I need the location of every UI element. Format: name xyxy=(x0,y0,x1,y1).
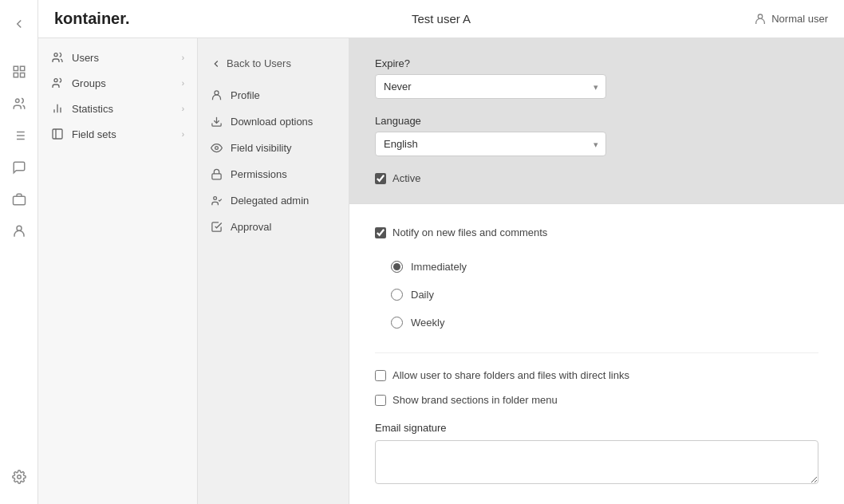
radio-immediately-input[interactable] xyxy=(391,261,403,273)
radio-daily-label[interactable]: Daily xyxy=(411,289,434,301)
grey-zone: Expire? Never ▾ Language English ▾ xyxy=(349,38,844,203)
show-brand-label[interactable]: Show brand sections in folder menu xyxy=(392,394,558,406)
subnav-approval-label: Approval xyxy=(231,221,271,233)
nav-statistics-label: Statistics xyxy=(72,103,174,115)
svg-point-22 xyxy=(215,91,219,95)
radio-immediately-label[interactable]: Immediately xyxy=(411,261,467,273)
radio-daily: Daily xyxy=(381,281,818,309)
groups-icon[interactable] xyxy=(5,89,34,118)
subnav-profile[interactable]: Profile xyxy=(198,82,349,108)
allow-share-row: Allow user to share folders and files wi… xyxy=(375,369,818,381)
nav-field-sets[interactable]: Field sets › xyxy=(38,121,197,147)
language-label: Language xyxy=(375,115,818,127)
notify-checkbox[interactable] xyxy=(375,227,386,238)
expire-group: Expire? Never ▾ xyxy=(375,57,818,99)
delegated-admin-icon xyxy=(211,195,223,207)
nav-statistics-chevron: › xyxy=(182,104,184,113)
download-icon xyxy=(211,116,223,128)
gear-icon[interactable] xyxy=(5,463,34,491)
groups-nav-icon xyxy=(51,77,64,89)
email-sig-group: Email signature xyxy=(375,422,818,486)
logo: kontainer. xyxy=(54,10,129,28)
main-content: Expire? Never ▾ Language English ▾ xyxy=(349,38,844,504)
top-header: kontainer. Test user A Normal user xyxy=(38,0,844,38)
radio-immediately: Immediately xyxy=(381,253,818,281)
svg-point-12 xyxy=(17,226,22,230)
expire-select[interactable]: Never xyxy=(375,74,606,99)
svg-point-4 xyxy=(15,99,19,103)
nav-users[interactable]: Users › xyxy=(38,45,197,70)
permissions-icon xyxy=(211,168,223,180)
subnav-download-label: Download options xyxy=(231,116,313,128)
subnav-approval[interactable]: Approval xyxy=(198,214,349,240)
content-row: Users › Groups › Statistics › Field sets… xyxy=(38,38,844,504)
svg-rect-25 xyxy=(212,174,221,179)
profile-icon xyxy=(211,89,223,101)
comment-icon[interactable] xyxy=(5,153,34,182)
svg-point-26 xyxy=(214,197,217,200)
subnav-delegated-admin[interactable]: Delegated admin xyxy=(198,187,349,214)
subnav-permissions[interactable]: Permissions xyxy=(198,161,349,187)
radio-weekly: Weekly xyxy=(381,309,818,337)
svg-rect-0 xyxy=(14,66,18,70)
svg-rect-1 xyxy=(20,66,24,70)
back-to-users-label: Back to Users xyxy=(227,57,291,69)
user-info: Normal user xyxy=(754,13,828,26)
svg-point-24 xyxy=(215,147,219,150)
svg-point-13 xyxy=(17,475,21,479)
svg-point-14 xyxy=(759,14,763,18)
nav-statistics[interactable]: Statistics › xyxy=(38,96,197,121)
email-sig-label: Email signature xyxy=(375,422,818,434)
back-nav-icon[interactable] xyxy=(5,10,34,38)
radio-daily-input[interactable] xyxy=(391,289,403,301)
subnav-permissions-label: Permissions xyxy=(231,168,287,180)
radio-weekly-label[interactable]: Weekly xyxy=(411,317,444,329)
svg-rect-2 xyxy=(14,73,18,77)
icon-rail xyxy=(0,0,38,504)
expire-select-wrapper: Never ▾ xyxy=(375,74,606,99)
subnav-download-options[interactable]: Download options xyxy=(198,108,349,135)
active-checkbox[interactable] xyxy=(375,173,386,184)
show-brand-checkbox[interactable] xyxy=(375,395,386,406)
allow-share-label[interactable]: Allow user to share folders and files wi… xyxy=(392,369,629,381)
list-icon[interactable] xyxy=(5,121,34,150)
nav-groups[interactable]: Groups › xyxy=(38,70,197,96)
expire-label: Expire? xyxy=(375,57,818,69)
main-area: kontainer. Test user A Normal user Users… xyxy=(38,0,844,504)
notify-header: Notify on new files and comments xyxy=(375,226,818,238)
language-select-wrapper: English ▾ xyxy=(375,132,606,156)
back-icon xyxy=(211,58,222,69)
statistics-icon xyxy=(51,102,64,115)
white-card: Notify on new files and comments Immedia… xyxy=(349,203,844,504)
language-select[interactable]: English xyxy=(375,132,606,156)
user-icon xyxy=(754,13,767,26)
show-brand-row: Show brand sections in folder menu xyxy=(375,394,818,406)
briefcase-icon[interactable] xyxy=(5,185,34,214)
user-role-label: Normal user xyxy=(771,13,828,25)
person-icon[interactable] xyxy=(5,217,34,246)
grid-icon[interactable] xyxy=(5,57,34,86)
back-to-users-link[interactable]: Back to Users xyxy=(198,51,349,82)
radio-weekly-input[interactable] xyxy=(391,317,403,329)
allow-share-checkbox[interactable] xyxy=(375,370,386,381)
field-visibility-icon xyxy=(211,142,223,154)
active-label[interactable]: Active xyxy=(392,172,420,184)
nav-field-sets-label: Field sets xyxy=(72,128,174,140)
svg-point-16 xyxy=(54,79,57,82)
svg-rect-3 xyxy=(20,73,24,77)
email-sig-textarea[interactable] xyxy=(375,440,818,484)
nav-users-chevron: › xyxy=(182,53,184,62)
sub-nav: Back to Users Profile Download options F… xyxy=(198,38,349,504)
notify-label[interactable]: Notify on new files and comments xyxy=(392,226,547,238)
subnav-delegated-admin-label: Delegated admin xyxy=(231,195,309,207)
subnav-field-visibility-label: Field visibility xyxy=(231,142,292,154)
language-group: Language English ▾ xyxy=(375,115,818,156)
svg-rect-11 xyxy=(13,196,25,205)
svg-rect-20 xyxy=(53,129,62,139)
nav-groups-label: Groups xyxy=(72,77,174,89)
nav-users-label: Users xyxy=(72,52,174,64)
subnav-field-visibility[interactable]: Field visibility xyxy=(198,135,349,161)
nav-groups-chevron: › xyxy=(182,79,184,88)
field-sets-icon xyxy=(51,128,64,140)
nav-field-sets-chevron: › xyxy=(182,130,184,139)
